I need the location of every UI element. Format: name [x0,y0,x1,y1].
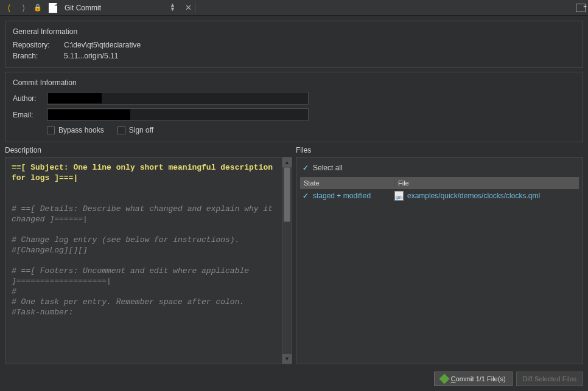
scroll-thumb[interactable] [284,167,290,222]
select-all-label: Select all [313,164,343,172]
branch-label: Branch: [13,52,60,60]
email-label: Email: [13,111,43,119]
files-label: Files [296,146,583,154]
file-column-header[interactable]: File [394,179,579,187]
commit-info-group: Commit Information Author: Email: Bypass… [5,72,583,142]
signoff-checkbox[interactable]: Sign off [117,126,153,134]
group-title: Commit Information [13,78,575,87]
dropdown-label: Git Commit [65,4,101,12]
document-icon [49,3,57,13]
qml-file-icon: qml [394,191,404,201]
repository-label: Repository: [13,41,60,49]
scroll-up-icon: ▲ [282,157,292,167]
lock-button[interactable]: 🔒 [32,2,44,14]
back-button[interactable]: ⟨ [2,2,15,14]
commit-mnemonic: C [451,375,456,382]
forward-button[interactable]: ⟩ [17,2,29,14]
description-editor[interactable]: ==[ Subject: One line only short meaning… [5,157,282,364]
checkbox-icon [47,126,55,134]
commit-button[interactable]: Commit 1/1 File(s) [434,372,513,386]
author-label: Author: [13,94,43,103]
checkbox-label: Sign off [129,126,153,134]
commit-button-label: ommit 1/1 File(s) [456,375,506,382]
general-info-group: General Information Repository: C:\dev\q… [5,21,583,68]
file-state: staged + modified [313,192,371,200]
close-tab-button[interactable]: ✕ [180,2,192,14]
dropdown-arrows-icon: ▲▼ [170,3,175,12]
bypass-hooks-checkbox[interactable]: Bypass hooks [47,126,104,134]
file-path: examples/quick/demos/clocks/clocks.qml [407,192,540,200]
select-all-checkbox[interactable]: ✓ Select all [301,164,578,172]
branch-value: 5.11...origin/5.11 [64,52,118,60]
chevron-left-icon: ⟨ [7,3,10,13]
redaction-mask [48,93,102,103]
files-panel: ✓ Select all State File ✓ staged + modif… [296,157,583,364]
checkbox-label: Bypass hooks [58,126,104,134]
vertical-scrollbar[interactable]: ▲ ▼ [282,157,292,364]
diff-button-label: Diff Selected Files [523,375,576,382]
state-column-header[interactable]: State [300,179,394,187]
checkbox-icon [117,126,125,134]
redaction-mask [48,109,130,120]
scroll-down-icon: ▼ [282,354,292,364]
check-icon: ✓ [301,164,309,172]
file-row[interactable]: ✓ staged + modified qml examples/quick/d… [300,189,579,202]
commit-body-template: # ==[ Details: Describe what changed and… [12,204,278,317]
split-button[interactable] [576,4,586,12]
check-icon: ✓ [301,192,309,200]
commit-arrow-icon [439,374,449,384]
files-table-header: State File [300,177,579,189]
diff-selected-button: Diff Selected Files [516,372,583,386]
group-title: General Information [13,27,575,36]
description-editor-frame: ==[ Subject: One line only short meaning… [5,157,292,364]
top-toolbar: ⟨ ⟩ 🔒 Git Commit ▲▼ ✕ [0,0,588,16]
repository-value: C:\dev\qt5\qtdeclarative [64,41,141,49]
bottom-button-bar: Commit 1/1 File(s) Diff Selected Files [5,368,583,386]
close-icon: ✕ [185,3,192,12]
lock-icon: 🔒 [33,4,42,12]
chevron-right-icon: ⟩ [22,3,25,13]
view-dropdown[interactable]: Git Commit ▲▼ [62,2,178,14]
description-label: Description [5,146,292,154]
commit-subject-template: ==[ Subject: One line only short meaning… [12,163,278,182]
